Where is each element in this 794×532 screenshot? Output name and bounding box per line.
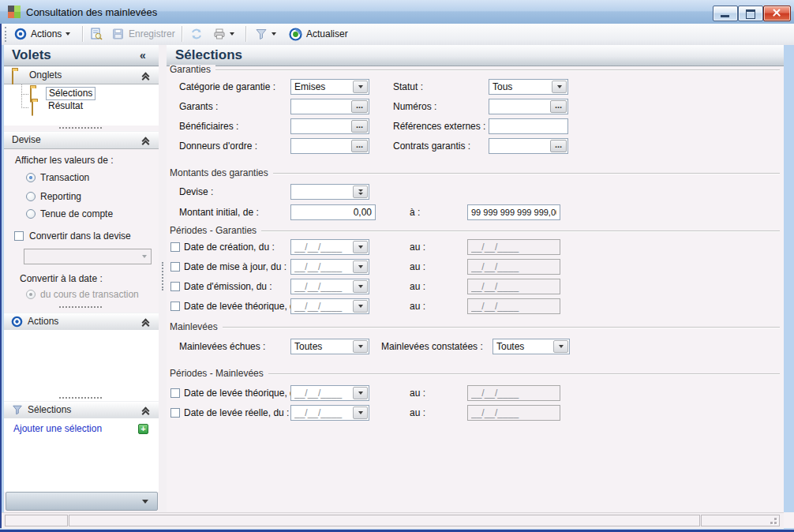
collapse-panel-button[interactable]: « — [140, 45, 146, 66]
date-levee-theorique-m-from-picker[interactable]: __/__/____ — [290, 385, 369, 401]
preview-button[interactable] — [87, 25, 106, 43]
chevron-down-icon[interactable] — [353, 340, 368, 353]
contrats-garantis-label: Contrats garantis : — [393, 138, 470, 154]
numeros-input[interactable]: ... — [489, 99, 568, 114]
preview-document-icon — [90, 28, 103, 40]
date-levee-theorique-to-input[interactable]: __/__/____ — [467, 298, 560, 314]
ellipsis-button[interactable]: ... — [351, 140, 368, 152]
filter-button[interactable] — [252, 25, 279, 43]
convertir-devise-checkbox[interactable] — [14, 231, 24, 241]
print-button[interactable] — [210, 25, 238, 43]
section-onglets-title: Onglets — [29, 67, 62, 84]
save-button[interactable]: Enregistrer — [109, 25, 178, 43]
date-creation-checkbox[interactable] — [170, 242, 180, 252]
ellipsis-button[interactable]: ... — [351, 100, 368, 113]
status-bar — [2, 512, 784, 529]
beneficiaires-input[interactable]: ... — [290, 118, 369, 134]
date-levee-reelle-checkbox[interactable] — [170, 408, 180, 418]
mainlevees-constatees-combobox[interactable]: Toutes — [493, 339, 570, 354]
au-label: au : — [410, 279, 425, 294]
devise-combobox[interactable] — [290, 184, 369, 200]
contrats-garantis-input[interactable]: ... — [489, 138, 568, 154]
devise-sidebar-combobox[interactable] — [24, 249, 152, 264]
date-creation-to-input[interactable]: __/__/____ — [467, 239, 560, 255]
date-levee-theorique-m-label: Date de levée théorique, du : — [184, 385, 305, 401]
montant-from-input[interactable]: 0,00 — [290, 204, 376, 220]
double-chevron-down-icon[interactable] — [353, 185, 368, 198]
date-levee-reelle-from-picker[interactable]: __/__/____ — [290, 405, 369, 421]
group-line — [170, 69, 780, 70]
date-levee-theorique-m-to-input[interactable]: __/__/____ — [467, 385, 560, 401]
date-mise-a-jour-to-input[interactable]: __/__/____ — [467, 259, 560, 275]
section-onglets-header[interactable]: Onglets — [4, 66, 159, 84]
splitter[interactable] — [159, 45, 167, 512]
statut-label: Statut : — [393, 79, 423, 95]
radio-tenue-de-compte[interactable] — [26, 209, 36, 219]
folder-icon — [12, 70, 13, 85]
ellipsis-button[interactable]: ... — [550, 100, 567, 113]
minimize-button[interactable] — [713, 6, 738, 21]
radio-tenue-label[interactable]: Tenue de compte — [40, 208, 113, 219]
chevron-down-icon[interactable] — [353, 260, 368, 273]
radio-reporting[interactable] — [26, 192, 36, 201]
statut-combobox[interactable]: Tous — [489, 79, 568, 95]
sidebar-header-title: Volets — [12, 45, 51, 66]
references-externes-input[interactable] — [489, 118, 568, 134]
chevron-down-icon[interactable] — [353, 81, 368, 93]
add-selection-plus-button[interactable]: + — [138, 424, 148, 434]
chevron-down-icon[interactable] — [353, 241, 368, 253]
date-emission-to-input[interactable]: __/__/____ — [467, 279, 560, 294]
ellipsis-button[interactable]: ... — [351, 120, 368, 133]
section-devise-header[interactable]: Devise — [4, 131, 159, 149]
maximize-button[interactable] — [738, 6, 763, 21]
au-label: au : — [410, 385, 425, 401]
date-levee-theorique-m-checkbox[interactable] — [170, 388, 180, 398]
tree-item-resultat[interactable]: Résultat — [46, 100, 85, 112]
radio-reporting-label[interactable]: Reporting — [40, 191, 81, 202]
sidebar-collapse-bar[interactable] — [6, 492, 158, 511]
date-levee-theorique-checkbox[interactable] — [170, 302, 180, 311]
radio-transaction[interactable] — [26, 173, 36, 182]
chevron-down-icon[interactable] — [553, 340, 568, 353]
separator — [59, 127, 102, 129]
actualiser-label: Actualiser — [306, 28, 348, 39]
title-bar[interactable]: Consultation des mainlevées — [0, 0, 794, 24]
splitter-grip[interactable] — [162, 262, 165, 290]
tree-item-selections[interactable]: Sélections — [46, 87, 96, 100]
toolbar-separator — [182, 26, 182, 42]
ellipsis-button[interactable]: ... — [550, 140, 567, 152]
date-emission-from-picker[interactable]: __/__/____ — [290, 279, 369, 294]
close-button[interactable] — [763, 6, 791, 21]
date-mise-a-jour-from-picker[interactable]: __/__/____ — [290, 259, 369, 275]
main-header: Sélections — [167, 45, 784, 66]
date-levee-theorique-from-picker[interactable]: __/__/____ — [290, 298, 369, 314]
date-creation-from-picker[interactable]: __/__/____ — [290, 239, 369, 255]
chevron-down-icon[interactable] — [353, 280, 368, 293]
donneurs-ordre-input[interactable]: ... — [290, 138, 369, 154]
categorie-garantie-combobox[interactable]: Emises — [290, 79, 369, 95]
section-selections-header[interactable]: Sélections — [4, 401, 159, 419]
actualiser-button[interactable]: Actualiser — [286, 25, 351, 43]
add-selection-link[interactable]: Ajouter une sélection — [13, 423, 102, 434]
chevron-down-icon[interactable] — [353, 406, 368, 419]
chevron-down-icon[interactable] — [552, 81, 567, 93]
mainlevees-echues-combobox[interactable]: Toutes — [290, 339, 369, 354]
au-label: au : — [410, 239, 425, 255]
date-mise-a-jour-checkbox[interactable] — [170, 262, 180, 272]
convertir-devise-label[interactable]: Convertir dans la devise — [29, 230, 131, 242]
actions-menu-button[interactable]: Actions — [11, 25, 73, 43]
toolbar-grip[interactable] — [5, 27, 8, 42]
chevron-down-icon — [142, 255, 147, 258]
garants-input[interactable]: ... — [290, 99, 369, 114]
radio-transaction-label[interactable]: Transaction — [40, 172, 89, 183]
section-actions-header[interactable]: Actions — [4, 313, 159, 331]
refresh-button[interactable] — [187, 25, 206, 43]
date-emission-label: Date d'émission, du : — [184, 279, 272, 294]
toolbar-separator — [245, 26, 246, 42]
date-levee-reelle-to-input[interactable]: __/__/____ — [467, 405, 560, 421]
references-externes-label: Références externes : — [393, 118, 485, 134]
date-emission-checkbox[interactable] — [170, 282, 180, 291]
chevron-down-icon[interactable] — [353, 300, 368, 313]
montant-to-input[interactable]: 99 999 999 999 999,00 — [467, 204, 560, 220]
chevron-down-icon[interactable] — [353, 387, 368, 399]
